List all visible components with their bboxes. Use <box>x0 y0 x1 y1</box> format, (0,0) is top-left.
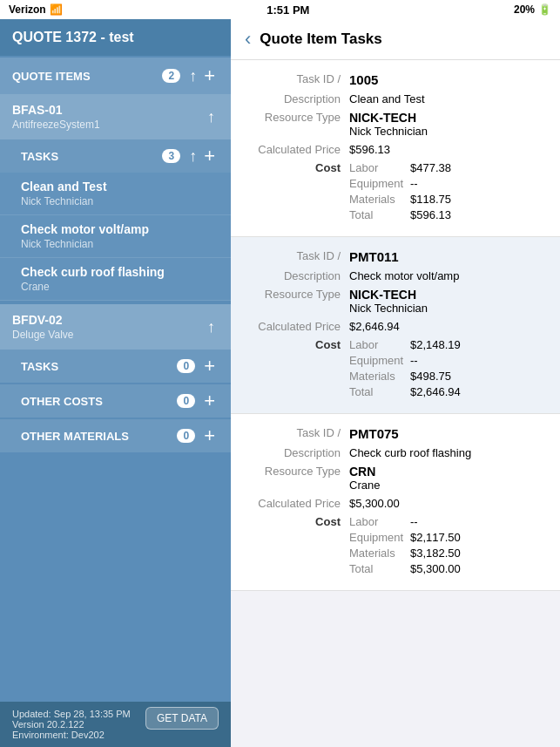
other-materials-header: OTHER MATERIALS 0 + <box>0 419 231 452</box>
task-id-label-1: Task ID / <box>245 72 349 87</box>
materials-label-2: Materials <box>349 370 410 383</box>
resource-name-value-3: Crane <box>349 479 380 492</box>
quote-items-up-icon[interactable]: ↑ <box>186 67 200 85</box>
equip-label-1: Equipment <box>349 177 410 190</box>
task-check-curb-assignee: Crane <box>21 281 219 293</box>
bfdv02-tasks-add-icon[interactable]: + <box>200 355 219 377</box>
labor-label-2: Labor <box>349 338 410 351</box>
labor-value-1: $477.38 <box>410 161 546 174</box>
task-check-curb[interactable]: Check curb roof flashing Crane <box>0 258 231 301</box>
labor-value-2: $2,148.19 <box>410 338 546 351</box>
cost-total-spacer-3 <box>245 562 349 575</box>
bfdv02-tasks-header: TASKS 0 + <box>0 350 231 383</box>
quote-items-add-icon[interactable]: + <box>200 65 219 87</box>
description-label-1: Description <box>245 92 349 105</box>
item-bfdv02[interactable]: BFDV-02 Deluge Valve ↑ <box>0 304 231 350</box>
task-id-row-3: Task ID / PMT075 <box>245 426 546 441</box>
task-check-motor[interactable]: Check motor volt/amp Nick Technician <box>0 215 231 258</box>
bfdv02-up-icon[interactable]: ↑ <box>204 318 219 336</box>
bfdv02-tasks-label: TASKS <box>21 360 172 373</box>
get-data-button[interactable]: GET DATA <box>145 707 219 730</box>
cost-equip-row-1: Equipment -- <box>245 177 546 190</box>
task-id-value-2: PMT011 <box>349 249 546 264</box>
quote-items-count: 2 <box>162 69 180 83</box>
resource-type-label-2: Resource Type <box>245 288 349 315</box>
other-materials-label: OTHER MATERIALS <box>21 430 172 443</box>
battery-label: 20% <box>514 3 535 16</box>
bfas01-tasks-count: 3 <box>162 149 180 163</box>
bfdv02-tasks-count: 0 <box>177 359 195 373</box>
total-value-1: $596.13 <box>410 208 546 221</box>
total-value-3: $5,300.00 <box>410 562 546 575</box>
cost-labor-row-1: Cost Labor $477.38 <box>245 161 546 174</box>
resource-type-label-3: Resource Type <box>245 465 349 492</box>
total-label-2: Total <box>349 385 410 398</box>
total-label-3: Total <box>349 562 410 575</box>
cost-total-row-1: Total $596.13 <box>245 208 546 221</box>
cost-labor-row-3: Cost Labor -- <box>245 515 546 528</box>
labor-label-3: Labor <box>349 515 410 528</box>
description-label-2: Description <box>245 269 349 282</box>
quote-title: QUOTE 1372 - test <box>0 19 231 56</box>
cost-labor-row-2: Cost Labor $2,148.19 <box>245 338 546 351</box>
quote-items-label: QUOTE ITEMS <box>12 70 157 83</box>
task-card-pmt011: Task ID / PMT011 Description Check motor… <box>231 237 560 414</box>
calc-price-label-1: Calculated Price <box>245 143 349 156</box>
cost-main-label-1: Cost <box>245 161 349 174</box>
item-bfdv02-id: BFDV-02 <box>12 313 204 327</box>
battery-icon: 🔋 <box>538 3 551 16</box>
cost-materials-spacer-3 <box>245 547 349 560</box>
calc-price-label-2: Calculated Price <box>245 320 349 333</box>
resource-type-row-2: Resource Type NICK-TECH Nick Technician <box>245 288 546 315</box>
left-panel-content: QUOTE ITEMS 2 ↑ + BFAS-01 AntifreezeSyst… <box>0 56 231 702</box>
task-check-motor-assignee: Nick Technician <box>21 238 219 250</box>
materials-label-3: Materials <box>349 547 410 560</box>
other-costs-label: OTHER COSTS <box>21 395 172 408</box>
right-header: ‹ Quote Item Tasks <box>231 19 560 60</box>
calc-price-row-1: Calculated Price $596.13 <box>245 143 546 156</box>
cost-section-2: Cost Labor $2,148.19 Equipment -- Materi… <box>245 338 546 398</box>
back-button[interactable]: ‹ <box>245 28 251 51</box>
task-clean-test-title: Clean and Test <box>21 180 219 194</box>
cost-materials-spacer-1 <box>245 193 349 206</box>
cost-total-row-2: Total $2,646.94 <box>245 385 546 398</box>
quote-items-header: QUOTE ITEMS 2 ↑ + <box>0 58 231 94</box>
task-id-label-2: Task ID / <box>245 249 349 264</box>
cost-materials-row-2: Materials $498.75 <box>245 370 546 383</box>
task-check-curb-title: Check curb roof flashing <box>21 265 219 279</box>
equip-value-2: -- <box>410 354 546 367</box>
other-costs-add-icon[interactable]: + <box>200 390 219 412</box>
item-bfas01[interactable]: BFAS-01 AntifreezeSystem1 ↑ <box>0 94 231 139</box>
other-costs-count: 0 <box>177 394 195 408</box>
bfas01-tasks-up-icon[interactable]: ↑ <box>186 147 200 166</box>
status-right: 20% 🔋 <box>514 3 551 16</box>
description-row-2: Description Check motor volt/amp <box>245 269 546 282</box>
calc-price-value-2: $2,646.94 <box>349 320 546 333</box>
resource-name-value-2: Nick Technician <box>349 302 428 315</box>
cost-main-label-2: Cost <box>245 338 349 351</box>
cost-total-spacer-1 <box>245 208 349 221</box>
equip-label-3: Equipment <box>349 531 410 544</box>
calc-price-value-3: $5,300.00 <box>349 497 546 510</box>
cost-total-row-3: Total $5,300.00 <box>245 562 546 575</box>
task-id-value-1: 1005 <box>349 72 546 87</box>
environment-label: Environment: Dev202 <box>12 730 219 740</box>
task-id-label-3: Task ID / <box>245 426 349 441</box>
other-materials-add-icon[interactable]: + <box>200 424 219 447</box>
left-panel: QUOTE 1372 - test QUOTE ITEMS 2 ↑ + BFAS… <box>0 19 231 747</box>
task-id-value-3: PMT075 <box>349 426 546 441</box>
cost-materials-row-3: Materials $3,182.50 <box>245 547 546 560</box>
item-bfdv02-name: Deluge Valve <box>12 329 204 341</box>
resource-type-row-1: Resource Type NICK-TECH Nick Technician <box>245 111 546 138</box>
materials-value-1: $118.75 <box>410 193 546 206</box>
right-panel-title: Quote Item Tasks <box>260 31 381 48</box>
time-label: 1:51 PM <box>267 3 309 17</box>
item-bfas01-name: AntifreezeSystem1 <box>12 119 204 131</box>
resource-type-row-3: Resource Type CRN Crane <box>245 465 546 492</box>
bfas01-tasks-add-icon[interactable]: + <box>200 145 219 167</box>
cost-section-3: Cost Labor -- Equipment $2,117.50 Materi… <box>245 515 546 575</box>
bfas01-up-icon[interactable]: ↑ <box>204 108 219 126</box>
tasks-label: TASKS <box>21 150 157 163</box>
task-clean-test[interactable]: Clean and Test Nick Technician <box>0 173 231 215</box>
calc-price-label-3: Calculated Price <box>245 497 349 510</box>
